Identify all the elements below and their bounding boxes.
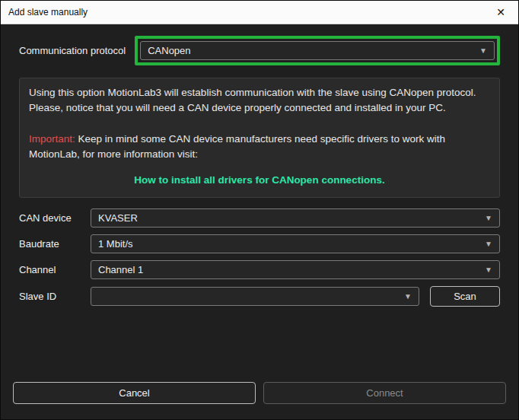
chevron-down-icon: ▼ [473, 46, 487, 55]
form-row-slave-id: Slave ID ▼ Scan [19, 286, 500, 307]
dialog-body: Communication protocol CANopen ▼ Using t… [1, 24, 518, 419]
channel-label: Channel [19, 264, 91, 275]
protocol-highlight-frame: CANopen ▼ [135, 36, 500, 65]
can-device-select-value: KVASER [98, 212, 138, 224]
chevron-down-icon: ▼ [398, 292, 412, 301]
protocol-select[interactable]: CANopen ▼ [140, 41, 495, 60]
chevron-down-icon: ▼ [479, 266, 492, 274]
channel-select[interactable]: Channel 1 ▼ [91, 260, 500, 279]
form-row-baudrate: Baudrate 1 Mbit/s ▼ [19, 234, 500, 253]
title-bar: Add slave manually ✕ [1, 1, 518, 24]
slave-id-label: Slave ID [19, 291, 91, 302]
info-paragraph-2-text: Keep in mind some CAN device manufacture… [29, 133, 445, 160]
window-title: Add slave manually [8, 7, 488, 18]
connect-button[interactable]: Connect [263, 382, 506, 404]
channel-select-value: Channel 1 [98, 264, 143, 275]
protocol-select-value: CANopen [148, 45, 190, 56]
chevron-down-icon: ▼ [479, 214, 492, 222]
link-row: How to install all drivers for CANopen c… [29, 173, 490, 188]
form-row-can-device: CAN device KVASER ▼ [19, 208, 500, 228]
close-icon[interactable]: ✕ [488, 1, 514, 24]
form-row-channel: Channel Channel 1 ▼ [19, 260, 500, 279]
info-paragraph-1: Using this option MotionLab3 will establ… [29, 85, 490, 116]
important-label: Important: [29, 133, 75, 145]
baudrate-label: Baudrate [19, 238, 91, 250]
scan-button[interactable]: Scan [430, 286, 500, 307]
add-slave-dialog: Add slave manually ✕ Communication proto… [0, 0, 519, 420]
info-box: Using this option MotionLab3 will establ… [19, 78, 500, 198]
protocol-label: Communication protocol [19, 45, 126, 56]
info-paragraph-2: Important: Keep in mind some CAN device … [29, 132, 490, 163]
baudrate-select-value: 1 Mbit/s [98, 238, 133, 250]
chevron-down-icon: ▼ [479, 240, 492, 248]
protocol-row: Communication protocol CANopen ▼ [19, 36, 500, 65]
drivers-link[interactable]: How to install all drivers for CANopen c… [134, 174, 384, 186]
slave-id-select[interactable]: ▼ [91, 287, 419, 306]
form: CAN device KVASER ▼ Baudrate 1 Mbit/s ▼ … [19, 208, 500, 307]
footer: Cancel Connect [13, 382, 506, 404]
can-device-select[interactable]: KVASER ▼ [91, 208, 500, 228]
cancel-button[interactable]: Cancel [13, 382, 256, 404]
baudrate-select[interactable]: 1 Mbit/s ▼ [91, 234, 500, 253]
can-device-label: CAN device [19, 212, 91, 224]
